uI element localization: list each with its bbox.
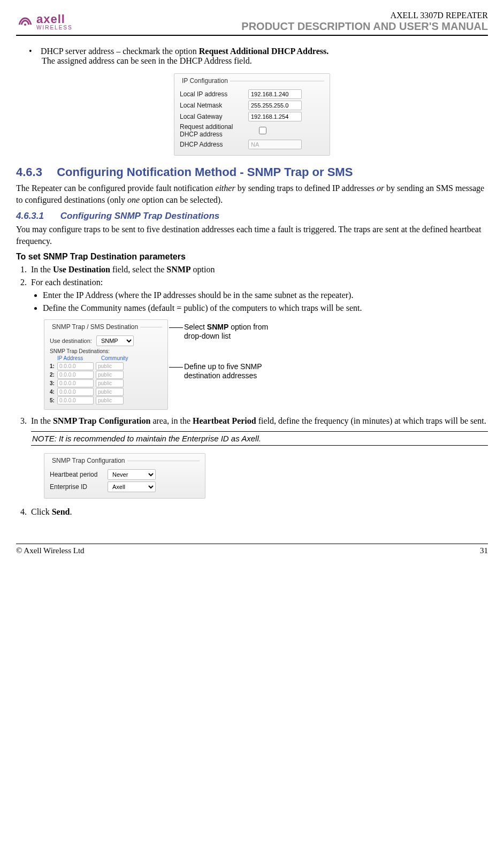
snmp-ip-1[interactable] <box>57 362 94 370</box>
annotation-select-snmp: Select SNMP option from drop-down list <box>184 323 268 341</box>
ip-config-label-dhcpaddr: DHCP Address <box>180 141 244 148</box>
ip-config-input-netmask[interactable] <box>248 101 302 110</box>
ip-config-input-localip[interactable] <box>248 89 302 99</box>
step-2b: Define the Community names (default = pu… <box>43 303 488 313</box>
step-3: In the SNMP Trap Configuration area, in … <box>29 416 488 504</box>
enterprise-label: Enterprise ID <box>50 483 103 491</box>
intro-text-line2: The assigned address can be seen in the … <box>42 56 252 65</box>
intro-bullet: • DHCP server address – checkmark the op… <box>42 47 488 66</box>
brand-name: axell <box>36 13 73 25</box>
snmp-ip-5[interactable] <box>57 396 94 404</box>
use-destination-select[interactable]: SNMP <box>96 335 134 346</box>
snmp-comm-2[interactable] <box>96 371 124 379</box>
doc-title: PRODUCT DESCRIPTION AND USER'S MANUAL <box>241 20 488 33</box>
step-2: For each destination: Enter the IP Addre… <box>29 278 488 410</box>
snmp-dest-panel: SNMP Trap / SMS Destination Use destinat… <box>44 319 168 410</box>
procedure-title: To set SNMP Trap Destination parameters <box>16 252 488 262</box>
snmp-row-3: 3: <box>50 379 162 387</box>
page-footer: © Axell Wireless Ltd 31 <box>16 544 488 555</box>
snmp-col-comm: Community <box>101 355 133 361</box>
step-1: In the Use Destination field, select the… <box>29 265 488 274</box>
intro-text-bold: Request Additional DHCP Address. <box>199 47 329 56</box>
heading-4631-number: 4.6.3.1 <box>16 211 58 221</box>
brand-subtitle: WIRELESS <box>36 25 73 30</box>
note-enterprise-id: NOTE: It is recommended to maintain the … <box>31 431 488 446</box>
svg-point-0 <box>24 24 26 26</box>
ip-config-checkbox-request[interactable] <box>259 127 266 134</box>
heartbeat-label: Heartbeat period <box>50 471 103 478</box>
snmp-trap-conf-panel: SNMP Trap Configuration Heartbeat period… <box>44 453 205 499</box>
snmp-ip-3[interactable] <box>57 379 94 387</box>
snmp-comm-3[interactable] <box>96 379 124 387</box>
ip-config-label-gateway: Local Gateway <box>180 113 244 120</box>
ip-config-label-localip: Local IP address <box>180 90 244 98</box>
snmp-comm-5[interactable] <box>96 396 124 404</box>
snmp-row-5: 5: <box>50 396 162 404</box>
snmp-row-2: 2: <box>50 371 162 379</box>
annotation-define-five: Define up to five SNMP destination addre… <box>184 362 268 380</box>
ip-config-label-netmask: Local Netmask <box>180 102 244 109</box>
figure-ip-config: IP Configuration Local IP address Local … <box>16 73 488 156</box>
product-line: AXELL 3307D REPEATER <box>241 11 488 20</box>
logo-icon <box>16 11 34 33</box>
step-4: Click Send. <box>29 507 488 517</box>
ip-config-legend: IP Configuration <box>180 77 230 85</box>
heartbeat-select[interactable]: Never <box>108 469 156 480</box>
body-463: The Repeater can be configured provide f… <box>16 182 488 205</box>
ip-config-input-dhcpaddr <box>248 140 302 149</box>
footer-page-number: 31 <box>480 546 488 555</box>
snmp-comm-1[interactable] <box>96 362 124 370</box>
snmp-comm-4[interactable] <box>96 388 124 396</box>
figure-snmp-dest: SNMP Trap / SMS Destination Use destinat… <box>44 319 488 410</box>
page-header: axell WIRELESS AXELL 3307D REPEATER PROD… <box>16 11 488 36</box>
snmp-row-1: 1: <box>50 362 162 370</box>
snmp-table-label: SNMP Trap Destinations: <box>50 348 162 354</box>
procedure-list: In the Use Destination field, select the… <box>16 265 488 517</box>
ip-config-input-gateway[interactable] <box>248 112 302 121</box>
heading-463-title: Configuring Notification Method - SNMP T… <box>57 165 353 179</box>
snmp-ip-2[interactable] <box>57 371 94 379</box>
step-2a: Enter the IP Address (where the IP addre… <box>43 291 488 300</box>
snmp-ip-4[interactable] <box>57 388 94 396</box>
use-destination-label: Use destination: <box>50 338 92 344</box>
heading-463-number: 4.6.3 <box>16 165 54 179</box>
snmp-row-4: 4: <box>50 388 162 396</box>
intro-text-prefix: DHCP server address – checkmark the opti… <box>41 47 199 56</box>
heading-4631-title: Configuring SNMP Trap Destinations <box>60 211 220 221</box>
snmp-col-ip: IP Address <box>57 355 97 361</box>
figure-annotations: Select SNMP option from drop-down list D… <box>184 319 268 401</box>
brand-logo: axell WIRELESS <box>16 11 73 33</box>
ip-config-panel: IP Configuration Local IP address Local … <box>174 73 330 156</box>
heading-463: 4.6.3 Configuring Notification Method - … <box>16 165 488 179</box>
ip-config-label-request: Request additional DHCP address <box>180 123 244 138</box>
footer-copyright: © Axell Wireless Ltd <box>16 546 85 555</box>
snmp-dest-legend: SNMP Trap / SMS Destination <box>50 323 140 331</box>
enterprise-select[interactable]: Axell <box>108 482 156 492</box>
snmp-trap-conf-legend: SNMP Trap Configuration <box>50 457 127 464</box>
heading-4631: 4.6.3.1 Configuring SNMP Trap Destinatio… <box>16 211 488 221</box>
body-4631: You may configure traps to be sent to fi… <box>16 224 488 247</box>
